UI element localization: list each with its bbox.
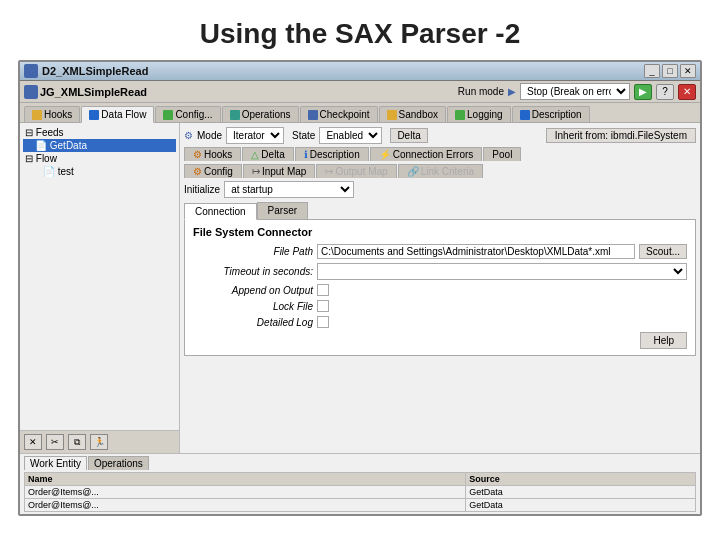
- help-button[interactable]: Help: [640, 332, 687, 349]
- mode-label: Mode: [197, 130, 222, 141]
- work-col-name: Name: [25, 473, 466, 486]
- conn-tab-parser[interactable]: Parser: [257, 202, 308, 219]
- sub-header: ⚙ Mode Iterator State Enabled Delta Inhe…: [184, 127, 696, 144]
- sub-tab-description[interactable]: ℹ Description: [295, 147, 369, 161]
- dataflow-tab-label: Data Flow: [101, 109, 146, 120]
- file-path-label: File Path: [193, 246, 313, 257]
- sub-delta-icon: △: [251, 149, 259, 160]
- initialize-label: Initialize: [184, 184, 220, 195]
- tree-item-feeds[interactable]: ⊟ Feeds: [23, 126, 176, 139]
- page-title: Using the SAX Parser -2: [0, 0, 720, 60]
- window-title: D2_XMLSimpleRead: [42, 65, 148, 77]
- work-col-source: Source: [466, 473, 696, 486]
- left-panel: ⊟ Feeds 📄 GetData ⊟ Flow 📄 test ✕ ✂ ⧉ 🏃: [20, 123, 180, 453]
- lock-checkbox[interactable]: [317, 300, 329, 312]
- inherit-button[interactable]: Inherit from: ibmdi.FileSystem: [546, 128, 696, 143]
- maximize-button[interactable]: □: [662, 64, 678, 78]
- run-mode-select[interactable]: Stop (Break on error): [520, 83, 630, 100]
- detailed-log-checkbox[interactable]: [317, 316, 329, 328]
- file-path-input[interactable]: [317, 244, 635, 259]
- main-content: ⊟ Feeds 📄 GetData ⊟ Flow 📄 test ✕ ✂ ⧉ 🏃 …: [20, 123, 700, 453]
- sub-tab-output-map[interactable]: ↦ Output Map: [316, 164, 396, 178]
- hooks-tab-icon: [32, 110, 42, 120]
- tree-item-getdata[interactable]: 📄 GetData: [23, 139, 176, 152]
- work-tab-entity[interactable]: Work Entity: [24, 456, 87, 470]
- work-row-1: Order@Items@... GetData: [25, 499, 696, 512]
- tab-checkpoint[interactable]: Checkpoint: [300, 106, 378, 122]
- tab-description[interactable]: Description: [512, 106, 590, 122]
- timeout-label: Timeout in seconds:: [193, 266, 313, 277]
- connector-tabs: Connection Parser: [184, 202, 696, 219]
- title-bar: D2_XMLSimpleRead _ □ ✕: [20, 62, 700, 81]
- sub-desc-label: Description: [310, 149, 360, 160]
- timeout-select[interactable]: [317, 263, 687, 280]
- sub-tab-conn-errors[interactable]: ⚡ Connection Errors: [370, 147, 483, 161]
- browse-button[interactable]: Scout...: [639, 244, 687, 259]
- lock-row: Lock File: [193, 300, 687, 312]
- run-small-button[interactable]: 🏃: [90, 434, 108, 450]
- tab-data-flow[interactable]: Data Flow: [81, 106, 154, 123]
- tree-item-test[interactable]: 📄 test: [23, 165, 176, 178]
- chk-tab-icon: [308, 110, 318, 120]
- help-row: Help: [193, 332, 687, 349]
- append-row: Append on Output: [193, 284, 687, 296]
- sub-link-label: Link Criteria: [421, 166, 474, 177]
- sub-window-title: JG_XMLSimpleRead: [40, 86, 147, 98]
- append-checkbox[interactable]: [317, 284, 329, 296]
- sub-tab-pool[interactable]: Pool: [483, 147, 521, 161]
- work-panel: Work Entity Operations Name Source Order…: [20, 453, 700, 514]
- timeout-row: Timeout in seconds:: [193, 263, 687, 280]
- initialize-row: Initialize at startup: [184, 181, 696, 198]
- copy-button[interactable]: ⧉: [68, 434, 86, 450]
- work-cell-name-0: Order@Items@...: [25, 486, 466, 499]
- window-icon: [24, 64, 38, 78]
- detailed-log-row: Detailed Log: [193, 316, 687, 328]
- sub-tab-config[interactable]: ⚙ Config: [184, 164, 242, 178]
- sub-output-icon: ↦: [325, 166, 333, 177]
- right-panel: ⚙ Mode Iterator State Enabled Delta Inhe…: [180, 123, 700, 453]
- pause-button[interactable]: ?: [656, 84, 674, 100]
- delete-button[interactable]: ✕: [24, 434, 42, 450]
- menu-icon: [24, 85, 38, 99]
- sub-desc-icon: ℹ: [304, 149, 308, 160]
- work-table: Name Source Order@Items@... GetData Orde…: [24, 472, 696, 512]
- app-window: D2_XMLSimpleRead _ □ ✕ JG_XMLSimpleRead …: [18, 60, 702, 516]
- sub-tabs-row2: ⚙ Config ↦ Input Map ↦ Output Map 🔗 Link…: [184, 164, 696, 178]
- sub-output-label: Output Map: [335, 166, 387, 177]
- run-mode-label: Run mode: [458, 86, 504, 97]
- cut-button[interactable]: ✂: [46, 434, 64, 450]
- ops-tab-icon: [230, 110, 240, 120]
- stop-button[interactable]: ✕: [678, 84, 696, 100]
- work-cell-name-1: Order@Items@...: [25, 499, 466, 512]
- dataflow-tab-icon: [89, 110, 99, 120]
- tab-operations[interactable]: Operations: [222, 106, 299, 122]
- sub-config-icon: ⚙: [193, 166, 202, 177]
- tree-item-flow[interactable]: ⊟ Flow: [23, 152, 176, 165]
- sub-tab-hooks[interactable]: ⚙ Hooks: [184, 147, 241, 161]
- append-label: Append on Output: [193, 285, 313, 296]
- work-tab-operations[interactable]: Operations: [88, 456, 149, 470]
- mode-select[interactable]: Iterator: [226, 127, 284, 144]
- sub-tab-input-map[interactable]: ↦ Input Map: [243, 164, 315, 178]
- sub-input-label: Input Map: [262, 166, 306, 177]
- initialize-select[interactable]: at startup: [224, 181, 354, 198]
- hooks-tab-label: Hooks: [44, 109, 72, 120]
- tab-sandbox[interactable]: Sandbox: [379, 106, 446, 122]
- conn-tab-connection[interactable]: Connection: [184, 203, 257, 220]
- tab-logging[interactable]: Logging: [447, 106, 511, 122]
- work-cell-source-0: GetData: [466, 486, 696, 499]
- mode-icon: ⚙: [184, 130, 193, 141]
- state-select[interactable]: Enabled: [319, 127, 382, 144]
- run-button[interactable]: ▶: [634, 84, 652, 100]
- close-button[interactable]: ✕: [680, 64, 696, 78]
- desc-tab-icon: [520, 110, 530, 120]
- delta-button[interactable]: Delta: [390, 128, 427, 143]
- sub-tab-delta[interactable]: △ Delta: [242, 147, 293, 161]
- connector-title: File System Connector: [193, 226, 687, 238]
- connector-box: File System Connector File Path Scout...…: [184, 219, 696, 356]
- minimize-button[interactable]: _: [644, 64, 660, 78]
- tab-hooks[interactable]: Hooks: [24, 106, 80, 122]
- tab-config[interactable]: Config...: [155, 106, 220, 122]
- sub-tab-link[interactable]: 🔗 Link Criteria: [398, 164, 483, 178]
- work-tabs: Work Entity Operations: [24, 456, 696, 470]
